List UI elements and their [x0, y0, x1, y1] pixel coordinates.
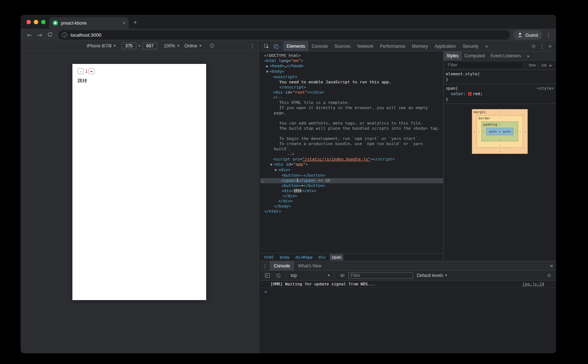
elements-tree-line[interactable]: </noscript>: [260, 85, 443, 90]
macos-zoom-button[interactable]: [41, 20, 46, 24]
elements-tree-line[interactable]: <button>+</button>: [260, 183, 443, 188]
console-prompt[interactable]: >: [260, 288, 556, 296]
elements-tree-line[interactable]: To create a production bundle, use `npm …: [260, 141, 443, 147]
devtools-tab-performance[interactable]: Performance: [377, 41, 409, 51]
expand-arrow-down-icon[interactable]: ▼: [266, 69, 270, 75]
address-bar[interactable]: i localhost:3000: [58, 30, 510, 40]
elements-tree-line[interactable]: page.: [260, 111, 443, 116]
style-property[interactable]: color: red;: [446, 91, 554, 97]
clear-console-icon[interactable]: [273, 271, 283, 280]
browser-menu-icon[interactable]: ⋮: [545, 32, 552, 38]
devtools-tab-memory[interactable]: Memory: [409, 41, 431, 51]
styles-more-tabs-icon[interactable]: »: [524, 53, 533, 59]
style-rule[interactable]: span {<style>color: red;}: [444, 84, 556, 104]
console-context-select[interactable]: top ▼: [288, 273, 332, 278]
devtools-tab-application[interactable]: Application: [431, 41, 459, 51]
expand-arrow-down-icon[interactable]: ▼: [275, 168, 278, 173]
more-tabs-icon[interactable]: »: [482, 43, 491, 49]
styles-tab-event-listeners[interactable]: Event Listeners: [488, 51, 524, 60]
style-rule[interactable]: element.style {}: [444, 70, 556, 84]
breadcrumb-div-app[interactable]: div#app: [294, 254, 314, 260]
jump-link[interactable]: 跳转: [78, 78, 201, 84]
breadcrumb-span[interactable]: span: [330, 254, 343, 260]
elements-tree-line[interactable]: <!--: [260, 95, 443, 100]
rule-source-link[interactable]: <style>: [537, 86, 554, 91]
device-width-input[interactable]: [122, 43, 136, 49]
styles-tab-styles[interactable]: Styles: [444, 51, 462, 60]
devtools-tab-elements[interactable]: Elements: [283, 41, 308, 51]
elements-tree-line[interactable]: build`.: [260, 147, 443, 152]
console-source-link[interactable]: log.js:24: [522, 282, 544, 286]
live-expression-eye-icon[interactable]: [337, 271, 347, 280]
page-info-icon[interactable]: i: [62, 32, 67, 37]
devtools-menu-icon[interactable]: ⋮: [538, 43, 546, 50]
browser-tab[interactable]: preact-kbone ×: [49, 17, 129, 29]
drawer-close-icon[interactable]: ×: [547, 263, 556, 269]
zoom-select[interactable]: 100% ▼: [164, 43, 179, 48]
devtools-close-icon[interactable]: ×: [546, 43, 555, 49]
elements-tree-line[interactable]: [260, 131, 443, 136]
throttle-select[interactable]: Online ▼: [184, 43, 201, 48]
device-mode-icon[interactable]: [271, 42, 281, 51]
elements-tree-line[interactable]: <button>-</button>: [260, 173, 443, 178]
elements-tree-line[interactable]: ▼<div id="app">: [260, 162, 443, 167]
elements-tree-line[interactable]: If you open it directly in the browser, …: [260, 105, 443, 111]
elements-tree-line[interactable]: <noscript>: [260, 75, 443, 80]
box-model-padding[interactable]: padding - - - - auto × auto: [481, 122, 518, 141]
elements-tree-line[interactable]: …<span>1</span> == $0: [260, 178, 443, 183]
drawer-menu-icon[interactable]: ⋮: [260, 263, 270, 269]
color-swatch[interactable]: [468, 92, 472, 95]
elements-tree-line[interactable]: </body>: [260, 204, 443, 209]
device-select[interactable]: iPhone 6/7/8 ▼: [87, 43, 116, 48]
console-settings-gear-icon[interactable]: [544, 271, 554, 280]
elements-tree-line[interactable]: ▼<body>: [260, 69, 443, 75]
forward-icon[interactable]: →: [35, 32, 45, 39]
breadcrumb-html[interactable]: html: [262, 254, 276, 260]
elements-tree-line[interactable]: <script src="/static/js/index.bundle.js"…: [260, 157, 443, 162]
devtools-tab-sources[interactable]: Sources: [331, 41, 354, 51]
elements-tree-line[interactable]: You need to enable JavaScript to run thi…: [260, 80, 443, 85]
rotate-icon[interactable]: [207, 41, 217, 51]
devtools-tab-network[interactable]: Network: [354, 41, 377, 51]
devtools-tab-security[interactable]: Security: [459, 41, 482, 51]
elements-tree-line[interactable]: To begin the development, run `npm start…: [260, 136, 443, 141]
elements-tree-line[interactable]: [260, 116, 443, 121]
styles-filter-input[interactable]: [445, 62, 523, 69]
elements-tree-line[interactable]: </html>: [260, 209, 443, 214]
elements-tree-line[interactable]: <div>跳转</div>: [260, 188, 443, 194]
pseudo-state-toggle[interactable]: :hov: [528, 63, 536, 67]
elements-tree-line[interactable]: You can add webfonts, meta tags, or anal…: [260, 121, 443, 126]
console-filter-input[interactable]: [348, 272, 413, 279]
breadcrumb-body[interactable]: body: [278, 254, 292, 260]
device-toolbar-menu-icon[interactable]: ⋮: [249, 43, 256, 49]
inspect-element-icon[interactable]: [262, 42, 271, 51]
elements-tree-line[interactable]: This HTML file is a template.: [260, 100, 443, 105]
tab-close-icon[interactable]: ×: [122, 20, 125, 26]
elements-tree-line[interactable]: <html lang="en">: [260, 58, 443, 64]
elements-tree-line[interactable]: </div>: [260, 194, 443, 199]
devtools-tab-console[interactable]: Console: [308, 41, 331, 51]
box-model-margin[interactable]: margin - - - - border - - - -: [472, 109, 528, 154]
decrement-button[interactable]: -: [78, 68, 83, 74]
macos-minimize-button[interactable]: [34, 20, 38, 24]
reload-icon[interactable]: [45, 32, 55, 39]
macos-close-button[interactable]: [26, 20, 31, 24]
profile-button[interactable]: Guest: [513, 30, 542, 40]
elements-tree-line[interactable]: The build step will place the bundled sc…: [260, 126, 443, 131]
expand-arrow-down-icon[interactable]: ▼: [270, 162, 274, 167]
class-toggle[interactable]: .cls: [541, 63, 547, 67]
settings-gear-icon[interactable]: [529, 42, 538, 51]
elements-tree-line[interactable]: <!DOCTYPE html>: [260, 53, 443, 58]
elements-tree-line[interactable]: -->: [260, 152, 443, 157]
elements-tree-line[interactable]: <div id="root"></div>: [260, 90, 443, 95]
console-sidebar-icon[interactable]: [262, 271, 272, 280]
expand-arrow-right-icon[interactable]: ▶: [266, 64, 270, 69]
device-height-input[interactable]: [143, 43, 157, 49]
log-levels-select[interactable]: Default levels ▼: [415, 273, 449, 278]
new-style-rule-button[interactable]: +: [549, 62, 552, 68]
drawer-tab-what-s-new[interactable]: What's New: [294, 261, 326, 270]
increment-button[interactable]: +: [89, 68, 94, 74]
styles-tab-computed[interactable]: Computed: [462, 51, 488, 60]
breadcrumb-div[interactable]: div: [316, 254, 327, 260]
elements-tree-line[interactable]: ▼<div>: [260, 167, 443, 173]
